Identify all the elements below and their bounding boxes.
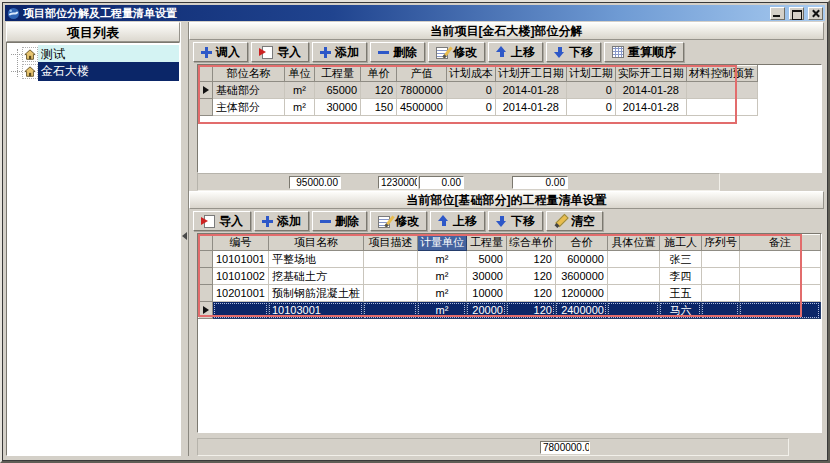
cell-unit-price[interactable]: 120 xyxy=(506,285,555,302)
cell-code[interactable]: 10101001 xyxy=(213,251,269,268)
cell-part-name[interactable]: 基础部分 xyxy=(213,82,285,99)
cell-location[interactable] xyxy=(607,302,659,319)
cell-unit[interactable]: m² xyxy=(417,268,466,285)
tree-item-label[interactable]: 金石大楼 xyxy=(38,62,179,81)
cell-unit[interactable]: m² xyxy=(285,99,315,116)
minimize-icon[interactable] xyxy=(770,7,785,20)
table-row[interactable]: 主体部分 m² 30000 150 4500000 0 2014-01-28 0… xyxy=(199,99,758,116)
panel-splitter[interactable] xyxy=(180,22,189,456)
cell-location[interactable] xyxy=(607,251,659,268)
row-marker[interactable] xyxy=(199,99,213,116)
cell-part-name[interactable]: 主体部分 xyxy=(213,99,285,116)
column-header[interactable]: 综合单价 xyxy=(506,235,555,251)
cell-serial[interactable] xyxy=(701,251,739,268)
table-row[interactable]: 10101002 挖基础土方 m² 30000 120 3600000 李四 xyxy=(199,268,821,285)
cell-serial[interactable] xyxy=(701,302,739,319)
cell-serial[interactable] xyxy=(701,268,739,285)
cell-description[interactable] xyxy=(363,251,417,268)
cell-actual-start[interactable]: 2014-01-28 xyxy=(615,99,686,116)
column-header[interactable]: 单价 xyxy=(361,66,397,82)
move-down-button[interactable]: 下移 xyxy=(546,42,601,62)
cell-unit-price[interactable]: 120 xyxy=(506,251,555,268)
cell-unit[interactable]: m² xyxy=(417,251,466,268)
row-marker[interactable] xyxy=(199,251,213,268)
maximize-icon[interactable] xyxy=(789,7,804,20)
cell-remark[interactable] xyxy=(739,251,820,268)
cell-quantity[interactable]: 30000 xyxy=(466,268,506,285)
cell-unit-price[interactable]: 120 xyxy=(506,268,555,285)
modify-button[interactable]: 修改 xyxy=(370,211,427,231)
tree-item-test[interactable]: 测试 xyxy=(7,46,179,63)
cell-planned-duration[interactable]: 0 xyxy=(566,82,615,99)
column-header[interactable]: 合价 xyxy=(555,235,607,251)
cell-material-budget[interactable] xyxy=(686,99,757,116)
column-header[interactable]: 项目描述 xyxy=(363,235,417,251)
cell-code[interactable] xyxy=(213,302,269,319)
cell-description[interactable] xyxy=(363,285,417,302)
cell-quantity[interactable]: 5000 xyxy=(466,251,506,268)
move-down-button[interactable]: 下移 xyxy=(488,211,543,231)
cell-description[interactable] xyxy=(363,268,417,285)
clear-button[interactable]: 清空 xyxy=(546,211,603,231)
cell-item-name[interactable]: 平整场地 xyxy=(268,251,363,268)
cell-unit[interactable]: m² xyxy=(285,82,315,99)
table-row[interactable]: 10101001 平整场地 m² 5000 120 600000 张三 xyxy=(199,251,821,268)
cell-planned-duration[interactable]: 0 xyxy=(566,99,615,116)
cell-unit[interactable]: m² xyxy=(417,285,466,302)
modify-button[interactable]: 修改 xyxy=(428,42,485,62)
cell-quantity[interactable]: 30000 xyxy=(315,99,361,116)
cell-unit-price[interactable]: 120 xyxy=(361,82,397,99)
add-button[interactable]: 添加 xyxy=(254,211,309,231)
import-button[interactable]: 导入 xyxy=(251,42,309,62)
table-row[interactable]: 基础部分 m² 65000 120 7800000 0 2014-01-28 0… xyxy=(199,82,758,99)
cell-remark[interactable] xyxy=(739,302,820,319)
column-header[interactable]: 具体位置 xyxy=(607,235,659,251)
close-icon[interactable] xyxy=(808,7,823,20)
cell-serial[interactable] xyxy=(701,285,739,302)
cell-total-price[interactable]: 600000 xyxy=(555,251,607,268)
recalc-order-button[interactable]: 重算顺序 xyxy=(604,42,684,62)
cell-code[interactable]: 10201001 xyxy=(213,285,269,302)
cell-remark[interactable] xyxy=(739,268,820,285)
column-header[interactable]: 序列号 xyxy=(701,235,739,251)
column-header[interactable]: 工程量 xyxy=(315,66,361,82)
cell-item-name[interactable]: 10103001 xyxy=(268,302,363,319)
cell-planned-cost[interactable]: 0 xyxy=(446,99,495,116)
tree-item-jinshi-building[interactable]: 金石大楼 xyxy=(7,63,179,80)
row-marker[interactable] xyxy=(199,268,213,285)
cell-material-budget[interactable] xyxy=(686,82,757,99)
cell-worker[interactable]: 马六 xyxy=(659,302,701,319)
cell-total-price[interactable]: 1200000 xyxy=(555,285,607,302)
cell-worker[interactable]: 王五 xyxy=(659,285,701,302)
current-row-marker[interactable] xyxy=(199,302,213,319)
cell-unit-price[interactable]: 120 xyxy=(506,302,555,319)
current-row-marker[interactable] xyxy=(199,82,213,99)
table-row-selected[interactable]: 10103001 m² 20000 120 2400000 马六 xyxy=(199,302,821,319)
cell-total-price[interactable]: 3600000 xyxy=(555,268,607,285)
move-up-button[interactable]: 上移 xyxy=(488,42,543,62)
cell-output-value[interactable]: 7800000 xyxy=(397,82,447,99)
cell-quantity[interactable]: 20000 xyxy=(466,302,506,319)
cell-worker[interactable]: 李四 xyxy=(659,268,701,285)
column-header[interactable]: 编号 xyxy=(213,235,269,251)
load-in-button[interactable]: 调入 xyxy=(193,42,248,62)
column-header-active[interactable]: 计量单位 xyxy=(417,235,466,251)
column-header[interactable]: 材料控制预算 xyxy=(686,66,757,82)
column-header[interactable]: 工程量 xyxy=(466,235,506,251)
cell-worker[interactable]: 张三 xyxy=(659,251,701,268)
cell-quantity[interactable]: 10000 xyxy=(466,285,506,302)
column-header[interactable]: 计划开工日期 xyxy=(495,66,566,82)
cell-output-value[interactable]: 4500000 xyxy=(397,99,447,116)
cell-unit-price[interactable]: 150 xyxy=(361,99,397,116)
column-header[interactable]: 计划成本 xyxy=(446,66,495,82)
column-header[interactable]: 施工人 xyxy=(659,235,701,251)
cell-planned-start[interactable]: 2014-01-28 xyxy=(495,82,566,99)
collapse-arrow-icon[interactable] xyxy=(182,232,187,240)
cell-planned-start[interactable]: 2014-01-28 xyxy=(495,99,566,116)
move-up-button[interactable]: 上移 xyxy=(430,211,485,231)
column-header[interactable]: 备注 xyxy=(739,235,820,251)
cell-description[interactable] xyxy=(363,302,417,319)
cell-planned-cost[interactable]: 0 xyxy=(446,82,495,99)
cell-location[interactable] xyxy=(607,285,659,302)
column-header[interactable]: 产值 xyxy=(397,66,447,82)
